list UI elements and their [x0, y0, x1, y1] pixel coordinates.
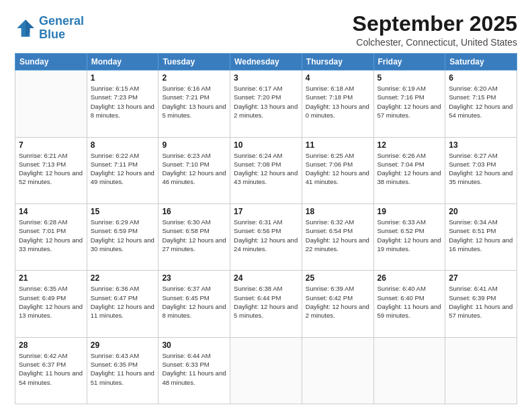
col-wednesday: Wednesday [230, 54, 302, 71]
table-row: 22 Sunrise: 6:36 AMSunset: 6:47 PMDaylig… [87, 271, 159, 337]
table-row: 25 Sunrise: 6:39 AMSunset: 6:42 PMDaylig… [302, 271, 373, 337]
day-number: 12 [378, 140, 442, 150]
table-row: 23 Sunrise: 6:37 AMSunset: 6:45 PMDaylig… [159, 271, 230, 337]
day-number: 28 [19, 340, 83, 350]
day-info: Sunrise: 6:37 AMSunset: 6:45 PMDaylight:… [162, 284, 226, 320]
table-row [373, 337, 445, 404]
day-info: Sunrise: 6:33 AMSunset: 6:52 PMDaylight:… [378, 218, 442, 253]
day-info: Sunrise: 6:40 AMSunset: 6:40 PMDaylight:… [378, 284, 442, 320]
day-info: Sunrise: 6:22 AMSunset: 7:11 PMDaylight:… [91, 151, 155, 187]
day-info: Sunrise: 6:39 AMSunset: 6:42 PMDaylight:… [306, 284, 370, 320]
day-number: 18 [306, 207, 370, 216]
day-number: 15 [91, 207, 155, 216]
table-row [15, 71, 87, 137]
day-info: Sunrise: 6:25 AMSunset: 7:06 PMDaylight:… [306, 151, 370, 187]
page: General Blue September 2025 Colchester, … [0, 0, 532, 411]
day-info: Sunrise: 6:24 AMSunset: 7:08 PMDaylight:… [234, 151, 298, 187]
col-tuesday: Tuesday [159, 54, 230, 71]
day-info: Sunrise: 6:43 AMSunset: 6:35 PMDaylight:… [91, 351, 155, 387]
day-info: Sunrise: 6:31 AMSunset: 6:56 PMDaylight:… [234, 218, 298, 253]
table-row [230, 337, 302, 404]
day-number: 13 [449, 140, 513, 150]
day-number: 25 [306, 273, 370, 283]
day-number: 4 [306, 73, 370, 83]
day-number: 11 [306, 140, 370, 150]
day-number: 8 [91, 140, 155, 150]
day-number: 30 [162, 340, 226, 350]
location-title: Colchester, Connecticut, United States [353, 37, 517, 48]
day-info: Sunrise: 6:41 AMSunset: 6:39 PMDaylight:… [449, 284, 513, 320]
day-info: Sunrise: 6:19 AMSunset: 7:16 PMDaylight:… [378, 84, 442, 120]
day-number: 1 [91, 73, 155, 83]
day-info: Sunrise: 6:42 AMSunset: 6:37 PMDaylight:… [19, 351, 83, 387]
table-row [445, 337, 517, 404]
month-title: September 2025 [353, 12, 517, 36]
table-row: 28 Sunrise: 6:42 AMSunset: 6:37 PMDaylig… [15, 337, 87, 404]
calendar: Sunday Monday Tuesday Wednesday Thursday… [15, 53, 517, 404]
col-friday: Friday [373, 54, 445, 71]
day-number: 3 [234, 73, 298, 83]
day-info: Sunrise: 6:16 AMSunset: 7:21 PMDaylight:… [162, 84, 226, 120]
table-row: 15 Sunrise: 6:29 AMSunset: 6:59 PMDaylig… [87, 203, 159, 270]
calendar-week-row: 14 Sunrise: 6:28 AMSunset: 7:01 PMDaylig… [15, 203, 517, 270]
day-number: 16 [162, 207, 226, 216]
table-row: 26 Sunrise: 6:40 AMSunset: 6:40 PMDaylig… [373, 271, 445, 337]
day-info: Sunrise: 6:17 AMSunset: 7:20 PMDaylight:… [234, 84, 298, 120]
day-number: 24 [234, 273, 298, 283]
day-info: Sunrise: 6:34 AMSunset: 6:51 PMDaylight:… [449, 218, 513, 253]
day-info: Sunrise: 6:35 AMSunset: 6:49 PMDaylight:… [19, 284, 83, 320]
table-row: 11 Sunrise: 6:25 AMSunset: 7:06 PMDaylig… [302, 137, 373, 203]
logo-text: General Blue [39, 15, 84, 42]
day-number: 6 [449, 73, 513, 83]
table-row: 21 Sunrise: 6:35 AMSunset: 6:49 PMDaylig… [15, 271, 87, 337]
day-number: 10 [234, 140, 298, 150]
day-info: Sunrise: 6:29 AMSunset: 6:59 PMDaylight:… [91, 218, 155, 253]
day-number: 22 [91, 273, 155, 283]
calendar-week-row: 1 Sunrise: 6:15 AMSunset: 7:23 PMDayligh… [15, 71, 517, 137]
table-row: 16 Sunrise: 6:30 AMSunset: 6:58 PMDaylig… [159, 203, 230, 270]
day-number: 17 [234, 207, 298, 216]
table-row: 10 Sunrise: 6:24 AMSunset: 7:08 PMDaylig… [230, 137, 302, 203]
calendar-header-row: Sunday Monday Tuesday Wednesday Thursday… [15, 54, 517, 71]
table-row: 5 Sunrise: 6:19 AMSunset: 7:16 PMDayligh… [373, 71, 445, 137]
logo: General Blue [15, 15, 84, 42]
col-saturday: Saturday [445, 54, 517, 71]
day-number: 29 [91, 340, 155, 350]
day-info: Sunrise: 6:32 AMSunset: 6:54 PMDaylight:… [306, 218, 370, 253]
title-block: September 2025 Colchester, Connecticut, … [353, 12, 517, 48]
day-number: 21 [19, 273, 83, 283]
table-row: 1 Sunrise: 6:15 AMSunset: 7:23 PMDayligh… [87, 71, 159, 137]
table-row: 17 Sunrise: 6:31 AMSunset: 6:56 PMDaylig… [230, 203, 302, 270]
day-info: Sunrise: 6:38 AMSunset: 6:44 PMDaylight:… [234, 284, 298, 320]
logo-line1: General [39, 14, 84, 28]
day-number: 5 [378, 73, 442, 83]
day-info: Sunrise: 6:36 AMSunset: 6:47 PMDaylight:… [91, 284, 155, 320]
day-number: 27 [449, 273, 513, 283]
logo-line2: Blue [39, 28, 65, 41]
table-row: 9 Sunrise: 6:23 AMSunset: 7:10 PMDayligh… [159, 137, 230, 203]
table-row: 13 Sunrise: 6:27 AMSunset: 7:03 PMDaylig… [445, 137, 517, 203]
day-info: Sunrise: 6:28 AMSunset: 7:01 PMDaylight:… [19, 218, 83, 253]
day-number: 2 [162, 73, 226, 83]
table-row: 18 Sunrise: 6:32 AMSunset: 6:54 PMDaylig… [302, 203, 373, 270]
day-number: 9 [162, 140, 226, 150]
table-row: 14 Sunrise: 6:28 AMSunset: 7:01 PMDaylig… [15, 203, 87, 270]
table-row: 2 Sunrise: 6:16 AMSunset: 7:21 PMDayligh… [159, 71, 230, 137]
table-row [302, 337, 373, 404]
day-info: Sunrise: 6:21 AMSunset: 7:13 PMDaylight:… [19, 151, 83, 187]
day-info: Sunrise: 6:18 AMSunset: 7:18 PMDaylight:… [306, 84, 370, 120]
table-row: 8 Sunrise: 6:22 AMSunset: 7:11 PMDayligh… [87, 137, 159, 203]
day-info: Sunrise: 6:15 AMSunset: 7:23 PMDaylight:… [91, 84, 155, 120]
col-monday: Monday [87, 54, 159, 71]
table-row: 12 Sunrise: 6:26 AMSunset: 7:04 PMDaylig… [373, 137, 445, 203]
table-row: 4 Sunrise: 6:18 AMSunset: 7:18 PMDayligh… [302, 71, 373, 137]
calendar-week-row: 7 Sunrise: 6:21 AMSunset: 7:13 PMDayligh… [15, 137, 517, 203]
table-row: 19 Sunrise: 6:33 AMSunset: 6:52 PMDaylig… [373, 203, 445, 270]
day-number: 20 [449, 207, 513, 216]
logo-icon [15, 17, 36, 39]
day-number: 7 [19, 140, 83, 150]
table-row: 27 Sunrise: 6:41 AMSunset: 6:39 PMDaylig… [445, 271, 517, 337]
table-row: 24 Sunrise: 6:38 AMSunset: 6:44 PMDaylig… [230, 271, 302, 337]
calendar-week-row: 21 Sunrise: 6:35 AMSunset: 6:49 PMDaylig… [15, 271, 517, 337]
day-info: Sunrise: 6:23 AMSunset: 7:10 PMDaylight:… [162, 151, 226, 187]
